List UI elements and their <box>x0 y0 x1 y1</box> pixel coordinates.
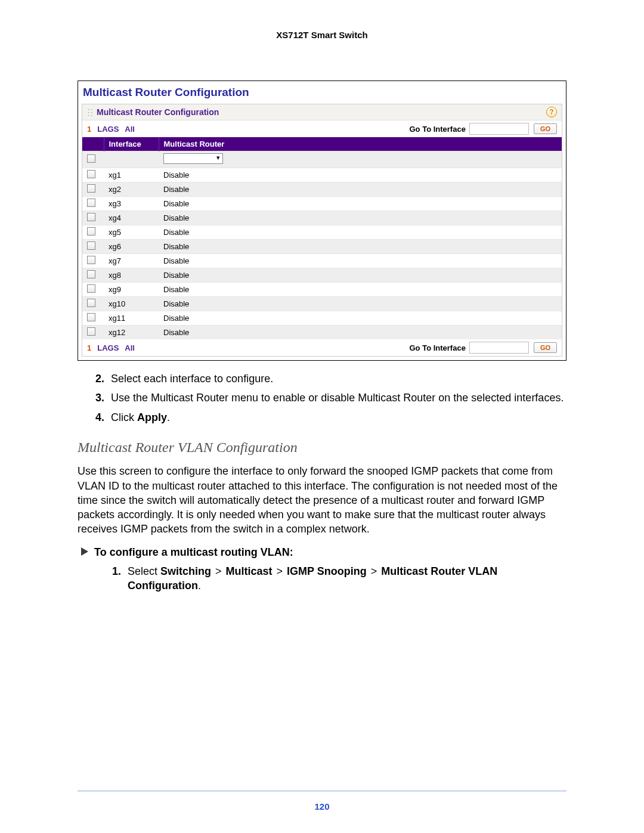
cell-interface: xg8 <box>104 268 159 283</box>
panel-inner: Multicast Router Configuration ? 1 LAGS … <box>82 104 562 357</box>
goto-interface-input-bottom[interactable] <box>469 342 529 354</box>
table-row: xg12Disable <box>82 326 562 340</box>
row-checkbox[interactable] <box>87 170 95 178</box>
table-row: xg1Disable <box>82 168 562 182</box>
tab-1-bottom[interactable]: 1 <box>87 343 91 352</box>
tab-1[interactable]: 1 <box>87 125 91 134</box>
cell-interface: xg1 <box>104 168 159 182</box>
document-body: 2.Select each interface to configure.3.U… <box>78 371 566 593</box>
cell-multicast-router: Disable <box>159 268 562 283</box>
cell-interface: xg11 <box>104 311 159 326</box>
step-body: Select each interface to configure. <box>111 371 566 386</box>
goto-interface-label-bottom: Go To Interface <box>409 343 465 352</box>
multicast-router-dropdown[interactable] <box>163 153 223 164</box>
cell-interface: xg5 <box>104 225 159 240</box>
row-checkbox[interactable] <box>87 299 95 307</box>
tab-all[interactable]: All <box>125 125 135 134</box>
table-row: xg7Disable <box>82 254 562 268</box>
step-body: Use the Multicast Router menu to enable … <box>111 391 566 405</box>
step-number: 2. <box>95 371 111 386</box>
procedure-arrow-icon <box>81 547 88 556</box>
page-number: 120 <box>0 801 644 812</box>
tabs-row-bottom: 1 LAGS All Go To Interface GO <box>82 339 562 356</box>
tab-lags[interactable]: LAGS <box>97 125 119 134</box>
table-row: xg2Disable <box>82 182 562 197</box>
row-checkbox[interactable] <box>87 327 95 336</box>
step-number: 3. <box>95 391 111 405</box>
cell-multicast-router: Disable <box>159 168 562 182</box>
row-checkbox[interactable] <box>87 199 95 207</box>
step-number: 1. <box>112 564 128 593</box>
cell-interface: xg2 <box>104 182 159 197</box>
table-row: xg11Disable <box>82 311 562 326</box>
table-row: xg9Disable <box>82 283 562 297</box>
cell-interface: xg7 <box>104 254 159 268</box>
cell-interface: xg9 <box>104 283 159 297</box>
cell-interface: xg3 <box>104 197 159 211</box>
section-paragraph: Use this screen to configure the interfa… <box>78 464 566 536</box>
table-row: xg8Disable <box>82 268 562 283</box>
section-heading: Multicast Router VLAN Configuration <box>78 438 566 457</box>
cell-multicast-router: Disable <box>159 297 562 311</box>
col-multicast-router: Multicast Router <box>159 137 562 151</box>
procedure-step: 1. Select Switching > Multicast > IGMP S… <box>112 564 566 593</box>
row-checkbox[interactable] <box>87 270 95 278</box>
cell-interface: xg10 <box>104 297 159 311</box>
interface-table: Interface Multicast Router xg1Disablexg2… <box>82 137 562 339</box>
col-checkbox <box>82 137 104 151</box>
row-checkbox[interactable] <box>87 313 95 321</box>
row-checkbox[interactable] <box>87 213 95 221</box>
table-row: xg5Disable <box>82 225 562 240</box>
cell-multicast-router: Disable <box>159 254 562 268</box>
step-number: 4. <box>95 410 111 425</box>
row-checkbox[interactable] <box>87 284 95 293</box>
cell-multicast-router: Disable <box>159 311 562 326</box>
document-header: XS712T Smart Switch <box>78 30 566 40</box>
footer-rule <box>78 791 566 791</box>
row-checkbox[interactable] <box>87 256 95 264</box>
table-filter-row <box>82 151 562 168</box>
drag-grip-icon <box>87 108 93 116</box>
instruction-step: 2.Select each interface to configure. <box>95 371 566 386</box>
goto-interface-input[interactable] <box>469 123 529 135</box>
panel-subtitle: Multicast Router Configuration <box>97 107 546 117</box>
tabs-row-top: 1 LAGS All Go To Interface GO <box>82 120 562 137</box>
panel-title: Multicast Router Configuration <box>82 83 562 104</box>
table-row: xg3Disable <box>82 197 562 211</box>
step-body: Click Apply. <box>111 410 566 425</box>
table-row: xg4Disable <box>82 211 562 225</box>
go-button-bottom[interactable]: GO <box>534 342 557 353</box>
table-row: xg10Disable <box>82 297 562 311</box>
instruction-step: 4.Click Apply. <box>95 410 566 425</box>
col-interface: Interface <box>104 137 159 151</box>
cell-multicast-router: Disable <box>159 326 562 340</box>
row-checkbox[interactable] <box>87 241 95 250</box>
row-checkbox[interactable] <box>87 184 95 193</box>
tab-lags-bottom[interactable]: LAGS <box>97 343 119 352</box>
procedure-heading-text: To configure a multicast routing VLAN: <box>94 545 293 559</box>
cell-multicast-router: Disable <box>159 211 562 225</box>
step-body: Select Switching > Multicast > IGMP Snoo… <box>128 564 566 593</box>
procedure-heading: To configure a multicast routing VLAN: <box>81 545 566 559</box>
cell-multicast-router: Disable <box>159 182 562 197</box>
table-row: xg6Disable <box>82 240 562 254</box>
tab-all-bottom[interactable]: All <box>125 343 135 352</box>
cell-multicast-router: Disable <box>159 225 562 240</box>
select-all-checkbox[interactable] <box>87 154 95 163</box>
go-button-top[interactable]: GO <box>534 123 557 134</box>
cell-interface: xg6 <box>104 240 159 254</box>
row-checkbox[interactable] <box>87 227 95 236</box>
cell-multicast-router: Disable <box>159 197 562 211</box>
instruction-step: 3.Use the Multicast Router menu to enabl… <box>95 391 566 405</box>
help-icon[interactable]: ? <box>546 107 557 117</box>
config-screenshot-panel: Multicast Router Configuration Multicast… <box>78 80 566 361</box>
goto-interface-label: Go To Interface <box>409 125 465 134</box>
cell-multicast-router: Disable <box>159 240 562 254</box>
cell-interface: xg12 <box>104 326 159 340</box>
cell-interface: xg4 <box>104 211 159 225</box>
cell-multicast-router: Disable <box>159 283 562 297</box>
